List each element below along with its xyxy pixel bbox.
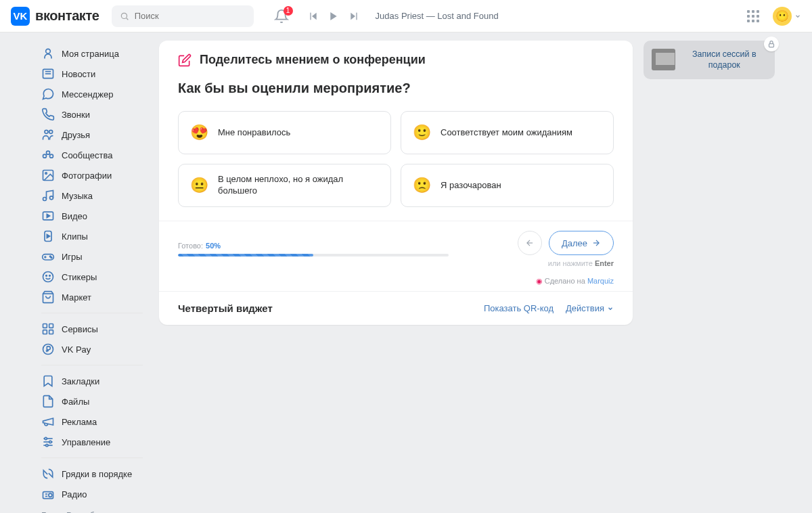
sidebar-item-label: Новости [62,69,95,79]
sidebar-item-communities[interactable]: Сообщества [37,145,147,165]
svg-rect-50 [769,44,774,47]
next-track-icon[interactable] [348,11,359,22]
radio-icon [41,487,55,501]
smile-icon [41,270,55,284]
survey-icon [178,53,191,67]
sidebar-item-label: Мессенджер [62,89,113,99]
services-grid-icon[interactable] [747,10,759,22]
video-icon [41,209,55,223]
svg-point-12 [49,130,53,133]
widget-title: Четвертый виджет [178,303,273,314]
chevron-down-icon [794,13,801,20]
sidebar-item-label: Управление [62,437,110,447]
sidebar-item-photos[interactable]: Фотографии [37,165,147,185]
sidebar-item-profile[interactable]: Моя страница [37,43,147,64]
option-3[interactable]: 😐В целом неплохо, но я ожидал большего [178,164,391,207]
svg-point-13 [47,151,50,154]
sidebar-item-label: Маркет [62,292,91,303]
brand-text: вконтакте [35,8,99,24]
track-title[interactable]: Judas Priest — Lost and Found [376,11,499,21]
sidebar-footer: БлогРазработчикам Для бизнесаЕщё [37,504,147,513]
actions-dropdown[interactable]: Действия [566,303,614,313]
user-icon [41,47,55,60]
svg-point-29 [43,272,53,282]
next-button[interactable]: Далее [549,231,614,255]
sidebar-item-clips[interactable]: Клипы [37,226,147,246]
survey-title: Поделитесь мнением о конференции [200,53,426,67]
sidebar-item-label: Игры [62,252,83,262]
bookmark-icon [41,374,55,388]
option-2[interactable]: 🙂Соответствует моим ожиданиям [401,111,614,154]
sidebar-item-label: Стикеры [62,272,97,282]
svg-point-42 [49,441,51,443]
sidebar-item-label: Друзья [62,130,90,140]
svg-rect-6 [356,12,357,20]
option-text: Мне понравилось [218,127,290,139]
vk-logo[interactable]: VK [11,7,30,26]
svg-point-14 [43,154,47,158]
svg-point-17 [45,173,47,175]
sidebar-item-friends[interactable]: Друзья [37,125,147,145]
smile-emoji-icon: 🙂 [412,123,431,142]
search-input[interactable] [135,11,246,21]
sidebar-item-bookmarks[interactable]: Закладки [37,371,147,391]
sidebar-item-label: Фотографии [62,171,112,181]
sidebar-item-video[interactable]: Видео [37,206,147,226]
back-button[interactable] [518,231,542,255]
sidebar-item-label: Моя страница [62,49,119,59]
keyboard-hint: или нажмите Enter [518,259,614,267]
sidebar-item-calls[interactable]: Звонки [37,104,147,125]
promo-card[interactable]: Записи сессий в подарок [644,41,775,79]
option-4[interactable]: 🙁Я разочарован [401,164,614,207]
sidebar-item-game1[interactable]: Грядки в порядке [37,464,147,484]
progress-fill [178,254,313,256]
sidebar-item-stickers[interactable]: Стикеры [37,267,147,287]
chevron-down-icon [607,305,614,312]
svg-marker-5 [351,12,355,20]
sidebar-item-manage[interactable]: Управление [37,432,147,452]
search-input-wrap[interactable] [112,5,254,27]
sidebar-item-games[interactable]: Игры [37,246,147,267]
progress-label: Готово:50% [178,242,518,250]
svg-point-18 [43,198,47,201]
sidebar-item-label: Реклама [62,417,97,427]
neutral-emoji-icon: 😐 [189,176,208,195]
sidebar-item-label: Закладки [62,376,99,386]
search-icon [120,11,129,22]
sidebar-item-ads[interactable]: Реклама [37,411,147,432]
sidebar-item-services[interactable]: Сервисы [37,319,147,339]
play-icon[interactable] [328,11,339,22]
sidebar-item-files[interactable]: Файлы [37,391,147,411]
image-icon [41,169,55,182]
sidebar-item-label: Грядки в порядке [62,469,132,479]
sidebar-item-label: VK Pay [62,344,91,355]
prev-track-icon[interactable] [308,11,319,22]
survey-card: Поделитесь мнением о конференции Как бы … [159,41,633,325]
option-1[interactable]: 😍Мне понравилось [178,111,391,154]
svg-line-1 [126,18,128,20]
sidebar-item-messenger[interactable]: Мессенджер [37,84,147,104]
svg-marker-21 [47,215,49,218]
sidebar-item-label: Радио [62,489,87,499]
sidebar-item-music[interactable]: Музыка [37,185,147,206]
svg-rect-3 [310,12,311,20]
option-text: В целом неплохо, но я ожидал большего [218,174,380,197]
sidebar-item-news[interactable]: Новости [37,64,147,84]
progress-bar [178,254,449,256]
sidebar-item-vkpay[interactable]: VK Pay [37,339,147,359]
show-qr-button[interactable]: Показать QR-код [484,303,554,313]
file-icon [41,395,55,408]
lock-icon [764,37,779,51]
svg-point-0 [121,13,127,18]
svg-point-30 [46,275,47,277]
frown-emoji-icon: 🙁 [412,176,431,195]
svg-point-45 [49,493,52,497]
community-icon [41,148,55,162]
sidebar-item-radio[interactable]: Радио [37,484,147,504]
profile-menu[interactable]: 😶 [773,7,801,26]
sliders-icon [41,435,55,449]
marquiz-link[interactable]: Marquiz [587,277,614,285]
phone-icon [41,108,55,121]
notifications-button[interactable]: 1 [274,9,289,24]
sidebar-item-market[interactable]: Маркет [37,287,147,307]
